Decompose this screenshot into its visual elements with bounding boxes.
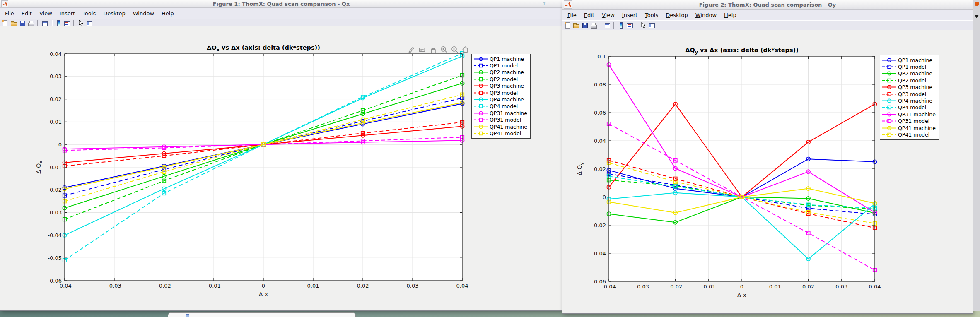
x-tick-label: -0.02 <box>669 283 683 290</box>
y-tick-label: -0.03 <box>48 209 62 216</box>
y-tick-label: -0.05 <box>48 255 62 261</box>
menu-tools[interactable]: Tools <box>641 10 662 20</box>
figure2-titlebar[interactable]: Figure 2: ThomX: Quad scan comparison - … <box>562 0 973 10</box>
zoom-out-icon[interactable] <box>451 46 459 53</box>
legend-label: QP1 machine <box>490 56 524 62</box>
insert-legend-icon[interactable] <box>626 22 633 29</box>
menu-tools[interactable]: Tools <box>79 9 99 18</box>
y-tick-label: 0.08 <box>594 82 606 88</box>
legend-line-sample <box>473 76 488 82</box>
legend-entry: QP4 machine <box>882 97 936 104</box>
plot-browser-icon[interactable] <box>649 22 656 29</box>
edit-plot-icon[interactable] <box>640 22 647 29</box>
shade-button[interactable]: ↑ <box>542 0 546 7</box>
figure2-window[interactable]: Figure 2: ThomX: Quad scan comparison - … <box>562 0 973 313</box>
dock-figure-icon[interactable] <box>604 22 611 29</box>
legend-line-sample <box>473 96 488 103</box>
y-tick-label: -0.06 <box>48 278 62 284</box>
legend-entry: QP4 model <box>882 104 936 111</box>
axes-toolbar <box>408 46 469 53</box>
menu-file[interactable]: File <box>1 9 18 18</box>
menu-window[interactable]: Window <box>692 10 720 20</box>
legend-label: QP4 model <box>898 104 926 110</box>
save-figure-icon[interactable] <box>582 22 589 29</box>
legend-line-sample <box>473 56 488 62</box>
menu-window[interactable]: Window <box>129 9 158 18</box>
legend-label: QP3 machine <box>898 84 932 90</box>
legend-entry: QP1 machine <box>882 57 936 63</box>
legend-label: QP31 model <box>490 117 521 123</box>
menu-desktop[interactable]: Desktop <box>662 10 692 20</box>
menu-file[interactable]: File <box>564 10 580 20</box>
legend-line-sample <box>882 57 897 63</box>
menu-help[interactable]: Help <box>720 10 740 20</box>
qy-legend[interactable]: QP1 machineQP1 modelQP2 machineQP2 model… <box>880 55 939 140</box>
y-tick-label: -0.01 <box>48 164 62 171</box>
pan-icon[interactable] <box>429 46 437 53</box>
menu-view[interactable]: View <box>36 9 56 18</box>
x-tick-label: 0.03 <box>407 283 419 289</box>
legend-entry: QP41 model <box>473 130 527 137</box>
menu-insert[interactable]: Insert <box>618 10 641 20</box>
figure1-window[interactable]: Figure 1: ThomX: Quad scan comparison - … <box>0 0 562 310</box>
menu-edit[interactable]: Edit <box>18 9 36 18</box>
legend-entry: QP3 model <box>473 89 527 96</box>
legend-line-sample <box>882 64 897 70</box>
save-figure-icon[interactable] <box>19 20 26 27</box>
y-tick-label: 0.01 <box>50 119 62 125</box>
x-tick-label: 0.02 <box>357 283 369 289</box>
brush-icon[interactable] <box>408 46 415 53</box>
legend-line-sample <box>473 90 488 96</box>
toolbar-separator <box>613 22 615 29</box>
legend-label: QP2 machine <box>898 70 932 77</box>
y-tick-label: 0.02 <box>594 166 606 172</box>
legend-label: QP1 model <box>490 62 518 69</box>
legend-entry: QP2 machine <box>473 69 527 76</box>
open-file-icon[interactable] <box>10 20 17 27</box>
scroll-down-icon[interactable] <box>975 15 979 18</box>
x-tick-label: -0.01 <box>207 283 221 289</box>
toolbar-separator <box>600 22 601 29</box>
figure1-canvas: -0.04-0.03-0.02-0.0100.010.020.030.040.0… <box>0 26 562 310</box>
y-tick-label: 0.06 <box>594 110 606 116</box>
legend-entry: QP3 machine <box>882 84 936 91</box>
figure1-titlebar[interactable]: Figure 1: ThomX: Quad scan comparison - … <box>0 0 562 8</box>
plot-browser-icon[interactable] <box>86 20 93 27</box>
y-tick-label: 0.04 <box>50 51 62 57</box>
menu-edit[interactable]: Edit <box>580 10 598 20</box>
print-figure-icon[interactable] <box>28 20 35 27</box>
legend-entry: QP1 model <box>882 63 936 70</box>
legend-label: QP41 model <box>490 130 521 137</box>
bottom-panel[interactable] <box>168 312 356 317</box>
new-figure-icon[interactable] <box>2 20 9 27</box>
menu-view[interactable]: View <box>598 10 618 20</box>
insert-colorbar-icon[interactable] <box>618 22 625 29</box>
menu-help[interactable]: Help <box>158 9 178 18</box>
zoom-in-icon[interactable] <box>440 46 448 53</box>
figure2-canvas: -0.04-0.03-0.02-0.0100.010.020.030.040.1… <box>562 30 973 313</box>
home-icon[interactable] <box>461 46 469 53</box>
background-window-edge <box>973 0 980 311</box>
legend-label: QP3 model <box>490 90 518 96</box>
window-title: Figure 2: ThomX: Quad scan comparison - … <box>562 2 973 8</box>
menu-insert[interactable]: Insert <box>56 9 79 18</box>
x-axis-label: Δ x <box>259 291 268 298</box>
minimize-button[interactable]: – <box>550 0 553 7</box>
dock-figure-icon[interactable] <box>41 20 48 27</box>
insert-legend-icon[interactable] <box>64 20 71 27</box>
qx-legend[interactable]: QP1 machineQP1 modelQP2 machineQP2 model… <box>471 54 531 139</box>
matlab-logo-icon <box>1 0 8 7</box>
edit-icon[interactable] <box>418 46 426 53</box>
figure1-menubar: FileEditViewInsertToolsDesktopWindowHelp <box>0 8 562 19</box>
edit-plot-icon[interactable] <box>77 20 84 27</box>
new-figure-icon[interactable] <box>564 22 571 29</box>
y-axis-label: Δ Qy <box>576 162 584 175</box>
open-file-icon[interactable] <box>573 22 580 29</box>
x-tick-label: -0.02 <box>157 283 171 289</box>
menu-desktop[interactable]: Desktop <box>99 9 129 18</box>
legend-line-sample <box>882 84 897 90</box>
y-tick-label: 0 <box>58 142 62 148</box>
insert-colorbar-icon[interactable] <box>55 20 62 27</box>
legend-line-sample <box>882 91 897 97</box>
print-figure-icon[interactable] <box>590 22 597 29</box>
